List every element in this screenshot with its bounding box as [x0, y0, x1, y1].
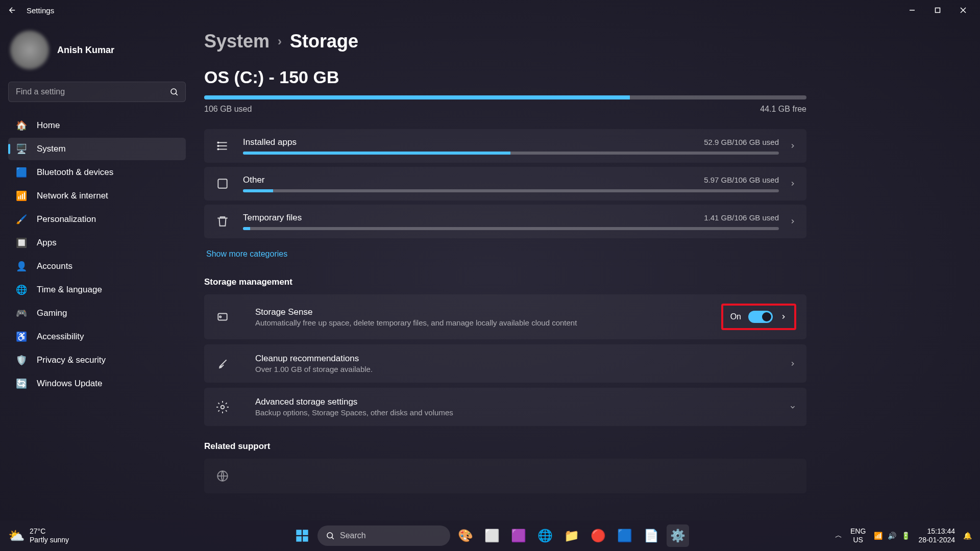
category-bar [243, 227, 779, 230]
show-more-categories-link[interactable]: Show more categories [206, 249, 287, 259]
user-name: Anish Kumar [57, 45, 114, 56]
storage-category-card[interactable]: Installed apps 52.9 GB/106 GB used [204, 129, 806, 163]
nav-label: Privacy & security [37, 355, 106, 365]
storage-category-card[interactable]: Other 5.97 GB/106 GB used [204, 167, 806, 201]
sidebar-item-privacy-security[interactable]: 🛡️Privacy & security [8, 349, 186, 371]
category-usage: 52.9 GB/106 GB used [704, 138, 779, 146]
nav-label: Network & internet [37, 191, 108, 201]
nav-label: Accounts [37, 261, 72, 271]
taskbar-app-word[interactable]: 🟦 [614, 524, 636, 547]
help-card[interactable] [204, 459, 806, 493]
nav-icon: 🖥️ [15, 143, 28, 155]
nav-label: Home [37, 120, 60, 131]
chevron-right-icon [789, 360, 796, 367]
svg-point-9 [217, 142, 218, 143]
language-code[interactable]: ENG [850, 527, 866, 536]
category-usage: 1.41 GB/106 GB used [704, 213, 779, 222]
storage-sense-subtitle: Automatically free up space, delete temp… [255, 318, 721, 327]
storage-sense-toggle[interactable] [748, 311, 773, 323]
sidebar-item-personalization[interactable]: 🖌️Personalization [8, 208, 186, 231]
nav-icon: 🛡️ [15, 354, 28, 366]
svg-point-4 [171, 89, 177, 94]
weather-widget[interactable]: ⛅ 27°C Partly sunny [8, 527, 69, 544]
svg-point-10 [217, 145, 218, 146]
toggle-state-label: On [730, 312, 741, 321]
sidebar-item-accounts[interactable]: 👤Accounts [8, 255, 186, 278]
clock[interactable]: 15:13:44 28-01-2024 [918, 527, 955, 544]
svg-rect-18 [303, 530, 308, 535]
start-button[interactable] [291, 524, 313, 547]
nav-icon: 📶 [15, 190, 28, 202]
search-input[interactable] [8, 82, 186, 102]
sidebar-item-network-internet[interactable]: 📶Network & internet [8, 185, 186, 207]
sidebar-item-gaming[interactable]: 🎮Gaming [8, 302, 186, 324]
sidebar-item-windows-update[interactable]: 🔄Windows Update [8, 372, 186, 395]
svg-point-15 [221, 405, 225, 409]
taskbar-app-notepad[interactable]: 📄 [640, 524, 663, 547]
taskbar-app-edge[interactable]: 🌐 [534, 524, 556, 547]
taskbar-app-explorer[interactable]: 📁 [560, 524, 583, 547]
category-icon [214, 176, 231, 192]
breadcrumb-parent[interactable]: System [204, 31, 270, 52]
sidebar-item-system[interactable]: 🖥️System [8, 138, 186, 160]
chevron-down-icon [789, 404, 796, 411]
sidebar-item-bluetooth-devices[interactable]: 🟦Bluetooth & devices [8, 161, 186, 184]
volume-icon[interactable]: 🔊 [888, 532, 896, 540]
category-name: Temporary files [243, 213, 302, 223]
svg-point-11 [217, 148, 218, 149]
sidebar-item-home[interactable]: 🏠Home [8, 114, 186, 137]
language-region: US [850, 536, 866, 544]
chevron-right-icon [789, 142, 796, 149]
taskbar-app-settings[interactable]: ⚙️ [667, 524, 689, 547]
storage-category-card[interactable]: Temporary files 1.41 GB/106 GB used [204, 205, 806, 238]
storage-sense-title: Storage Sense [255, 307, 721, 317]
close-button[interactable] [950, 0, 976, 20]
tray-chevron-up-icon[interactable]: ︿ [835, 531, 842, 540]
taskbar-app-generic[interactable]: 🟪 [507, 524, 530, 547]
taskbar: ⛅ 27°C Partly sunny Search 🎨 ⬜ 🟪 🌐 📁 🔴 🟦… [0, 520, 980, 551]
nav-icon: 🔄 [15, 378, 28, 390]
svg-point-14 [219, 316, 221, 317]
globe-icon [214, 468, 231, 484]
nav-label: Accessibility [37, 332, 84, 342]
back-button[interactable] [4, 2, 20, 18]
nav-icon: 🟦 [15, 166, 28, 179]
sidebar-item-time-language[interactable]: 🌐Time & language [8, 279, 186, 301]
nav-icon: 🔲 [15, 237, 28, 249]
wifi-icon[interactable]: 📶 [874, 532, 883, 540]
taskbar-app-copilot[interactable]: 🎨 [454, 524, 477, 547]
svg-line-5 [176, 93, 177, 95]
sidebar-item-accessibility[interactable]: ♿Accessibility [8, 325, 186, 348]
minimize-button[interactable] [899, 0, 925, 20]
sidebar-item-apps[interactable]: 🔲Apps [8, 232, 186, 254]
date-label: 28-01-2024 [918, 536, 955, 544]
broom-icon [214, 356, 231, 372]
taskbar-app-chrome[interactable]: 🔴 [587, 524, 609, 547]
gear-icon [214, 399, 231, 415]
taskbar-app-taskview[interactable]: ⬜ [481, 524, 503, 547]
user-profile[interactable]: Anish Kumar [8, 31, 186, 69]
category-bar [243, 189, 779, 192]
cleanup-recommendations-card[interactable]: Cleanup recommendations Over 1.00 GB of … [204, 344, 806, 383]
minimize-icon [909, 7, 915, 13]
chevron-right-icon: › [278, 34, 282, 48]
taskbar-search[interactable]: Search [317, 525, 450, 546]
battery-icon[interactable]: 🔋 [901, 532, 910, 540]
storage-sense-card[interactable]: Storage Sense Automatically free up spac… [204, 294, 806, 339]
svg-rect-20 [303, 536, 308, 542]
maximize-button[interactable] [925, 0, 950, 20]
nav-icon: 🖌️ [15, 213, 28, 226]
category-name: Installed apps [243, 137, 297, 147]
close-icon [960, 7, 966, 13]
chevron-right-icon [780, 313, 787, 320]
svg-rect-12 [218, 179, 227, 188]
nav-label: System [37, 144, 66, 154]
notifications-icon[interactable]: 🔔 [963, 532, 972, 540]
nav-label: Time & language [37, 285, 102, 295]
taskbar-search-placeholder: Search [340, 531, 366, 540]
advanced-storage-card[interactable]: Advanced storage settings Backup options… [204, 388, 806, 426]
drive-free-label: 44.1 GB free [760, 105, 806, 114]
nav-label: Windows Update [37, 379, 103, 389]
category-icon [214, 138, 231, 154]
advanced-subtitle: Backup options, Storage Spaces, other di… [255, 408, 779, 417]
